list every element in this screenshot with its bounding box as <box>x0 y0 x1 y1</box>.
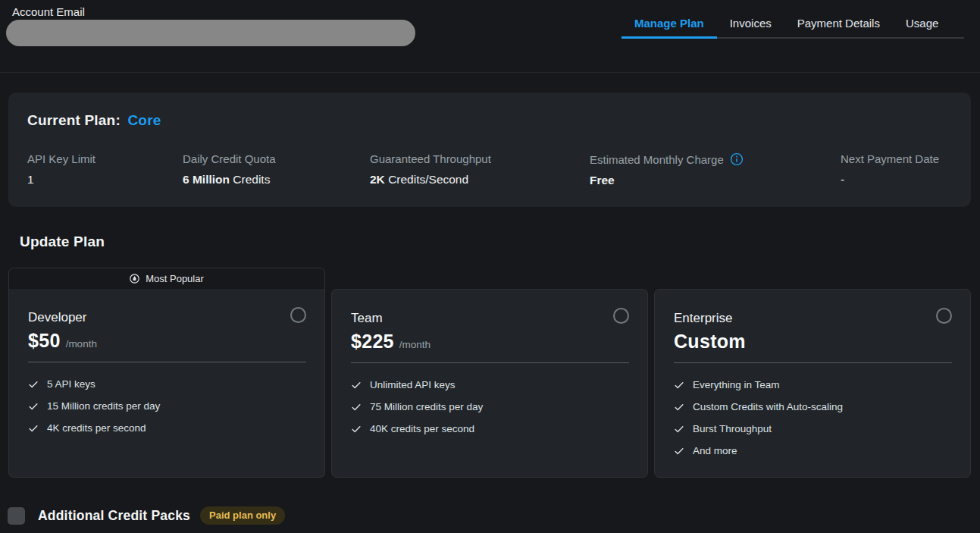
tab-usage[interactable]: Usage <box>893 8 951 37</box>
tab-manage-plan[interactable]: Manage Plan <box>622 8 717 37</box>
plan-name: Team <box>351 310 629 326</box>
stat-guaranteed-throughput: Guaranteed Throughput 2K Credits/Second <box>370 152 491 187</box>
check-icon <box>674 424 684 434</box>
radio-select-team[interactable] <box>613 308 629 324</box>
check-icon <box>351 380 362 390</box>
stat-label: Guaranteed Throughput <box>370 152 491 165</box>
stat-api-key-limit: API Key Limit 1 <box>27 152 95 187</box>
stat-label: Daily Credit Quota <box>183 152 276 165</box>
paid-plan-only-badge: Paid plan only <box>200 506 285 525</box>
stat-value: 1 <box>27 173 95 187</box>
additional-credit-packs-label: Additional Credit Packs <box>38 508 190 524</box>
check-icon <box>28 379 39 390</box>
check-icon <box>28 423 39 434</box>
stat-label: Estimated Monthly Charge <box>590 153 724 166</box>
check-icon <box>351 424 362 434</box>
info-icon[interactable] <box>730 152 744 166</box>
feature-list: Everything in Team Custom Credits with A… <box>674 374 952 462</box>
plan-card-enterprise[interactable]: Enterprise Custom Everything in Team Cus… <box>654 289 971 478</box>
plan-period: /month <box>399 339 431 350</box>
most-popular-banner: Most Popular <box>8 268 325 289</box>
additional-credit-packs-checkbox[interactable] <box>8 507 25 525</box>
check-icon <box>28 401 39 412</box>
check-icon <box>674 446 684 456</box>
update-plan-heading: Update Plan <box>20 234 105 250</box>
plan-name: Developer <box>28 309 306 325</box>
feature-item: Custom Credits with Auto-scaling <box>674 396 952 418</box>
check-icon <box>351 402 362 412</box>
card-divider <box>28 362 306 362</box>
plan-period: /month <box>66 338 97 350</box>
plan-price: Custom <box>674 331 746 353</box>
header-divider <box>0 72 980 73</box>
tab-payment-details[interactable]: Payment Details <box>784 8 893 37</box>
check-icon <box>674 380 684 390</box>
current-plan-title-prefix: Current Plan: <box>27 112 121 128</box>
feature-item: 4K credits per second <box>28 417 306 439</box>
plan-price: $225 <box>351 331 394 353</box>
stat-value: Free <box>590 174 744 187</box>
current-plan-card: Current Plan: Core API Key Limit 1 Daily… <box>8 92 971 207</box>
feature-item: Unlimited API keys <box>351 374 629 396</box>
card-divider <box>674 362 952 363</box>
stat-label: Next Payment Date <box>841 152 939 165</box>
billing-page: Account Email Manage Plan Invoices Payme… <box>0 0 980 533</box>
card-divider <box>351 362 629 363</box>
flame-icon <box>130 274 139 284</box>
feature-item: Everything in Team <box>674 374 952 396</box>
most-popular-label: Most Popular <box>146 273 204 284</box>
additional-credit-packs-row: Additional Credit Packs Paid plan only <box>8 506 285 525</box>
stat-label: API Key Limit <box>27 152 95 165</box>
feature-item: Burst Throughput <box>674 418 952 440</box>
billing-tabs: Manage Plan Invoices Payment Details Usa… <box>622 0 964 39</box>
feature-item: 15 Million credits per day <box>28 395 306 417</box>
account-email-label: Account Email <box>12 5 85 18</box>
current-plan-title: Current Plan: Core <box>27 112 161 129</box>
stat-value: 6 Million Credits <box>183 173 276 187</box>
current-plan-name: Core <box>127 112 161 128</box>
account-email-value <box>6 20 415 46</box>
feature-list: Unlimited API keys 75 Million credits pe… <box>351 374 629 440</box>
plan-name: Enterprise <box>674 310 952 326</box>
feature-list: 5 API keys 15 Million credits per day 4K… <box>28 373 306 439</box>
stat-value: 2K Credits/Second <box>370 173 491 187</box>
plan-price: $50 <box>28 330 61 352</box>
feature-item: And more <box>674 440 952 462</box>
stat-value: - <box>841 173 939 187</box>
radio-select-developer[interactable] <box>290 307 306 323</box>
feature-item: 40K credits per second <box>351 418 629 440</box>
check-icon <box>674 402 684 412</box>
feature-item: 5 API keys <box>28 373 306 395</box>
stat-next-payment-date: Next Payment Date - <box>841 152 939 187</box>
feature-item: 75 Million credits per day <box>351 396 629 418</box>
stat-daily-credit-quota: Daily Credit Quota 6 Million Credits <box>183 152 276 187</box>
plan-card-team[interactable]: Team $225 /month Unlimited API keys 75 M… <box>331 289 648 478</box>
stat-estimated-monthly-charge: Estimated Monthly Charge Free <box>590 152 744 187</box>
tab-invoices[interactable]: Invoices <box>717 8 784 37</box>
radio-select-enterprise[interactable] <box>936 308 952 324</box>
plan-card-developer[interactable]: Developer $50 /month 5 API keys 15 Milli… <box>8 289 325 478</box>
